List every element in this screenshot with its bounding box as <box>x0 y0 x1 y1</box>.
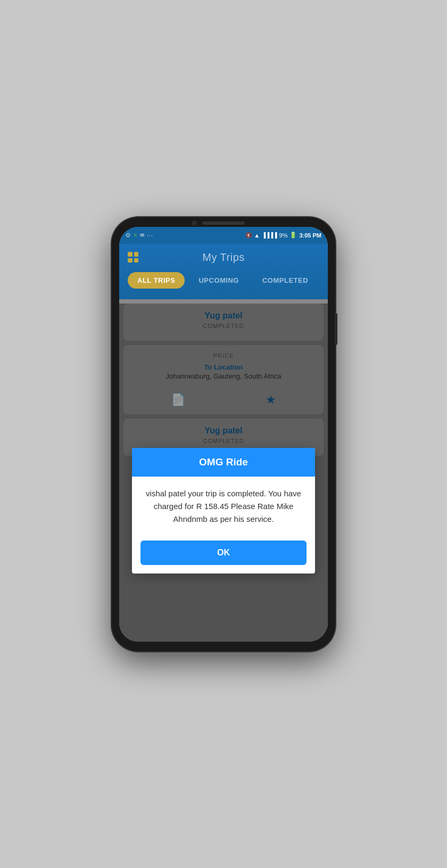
phone-device: ⊙ ✕ ✉ ··· 🔇 ▲ ▐▐▐▐ 9% 🔋 3:05 PM <box>112 217 335 651</box>
battery-icon: 🔋 <box>289 232 297 239</box>
screen-body: Yug patel COMPLETED OMG Ride vishal pate… <box>119 304 328 642</box>
modal-header: OMG Ride <box>132 448 316 477</box>
phone-speaker <box>202 222 245 225</box>
header-row: My Trips <box>128 251 319 264</box>
status-right-icons: 🔇 ▲ ▐▐▐▐ 9% 🔋 3:05 PM <box>245 232 321 239</box>
phone-side-button <box>335 313 337 345</box>
modal-dialog: OMG Ride vishal patel your trip is compl… <box>132 448 316 574</box>
mute-icon: 🔇 <box>245 232 252 238</box>
wifi-icon: ▲ <box>254 232 260 239</box>
page-title: My Trips <box>138 251 309 264</box>
modal-body: vishal patel your trip is completed. You… <box>132 477 316 534</box>
tab-completed[interactable]: COMPLETED <box>253 272 318 289</box>
modal-ok-button[interactable]: OK <box>140 541 307 565</box>
clock: 3:05 PM <box>299 232 321 239</box>
menu-dot-1 <box>128 252 133 257</box>
menu-dot-4 <box>134 258 139 263</box>
menu-dot-2 <box>134 252 139 257</box>
phone-screen: ⊙ ✕ ✉ ··· 🔇 ▲ ▐▐▐▐ 9% 🔋 3:05 PM <box>119 227 328 642</box>
status-left-icons: ⊙ ✕ ✉ ··· <box>126 232 153 239</box>
phone-camera <box>192 220 197 226</box>
battery-percent: 9% <box>279 232 288 239</box>
menu-dot-3 <box>128 258 133 263</box>
location-icon: ⊙ <box>126 232 130 239</box>
status-bar: ⊙ ✕ ✉ ··· 🔇 ▲ ▐▐▐▐ 9% 🔋 3:05 PM <box>119 227 328 244</box>
tab-upcoming[interactable]: UPCOMING <box>189 272 249 289</box>
more-icon: ··· <box>147 232 153 239</box>
app-icon-1: ✕ <box>133 232 137 238</box>
tab-all-trips[interactable]: ALL TRIPS <box>128 272 185 289</box>
app-header: My Trips ALL TRIPS UPCOMING COMPLETED <box>119 244 328 299</box>
signal-icon: ▐▐▐▐ <box>262 232 277 238</box>
mail-icon: ✉ <box>140 232 144 238</box>
modal-title: OMG Ride <box>140 456 307 468</box>
menu-grid-icon[interactable] <box>128 252 138 263</box>
tab-bar: ALL TRIPS UPCOMING COMPLETED <box>128 272 319 289</box>
modal-overlay: OMG Ride vishal patel your trip is compl… <box>119 304 328 642</box>
modal-message: vishal patel your trip is completed. You… <box>143 487 305 526</box>
